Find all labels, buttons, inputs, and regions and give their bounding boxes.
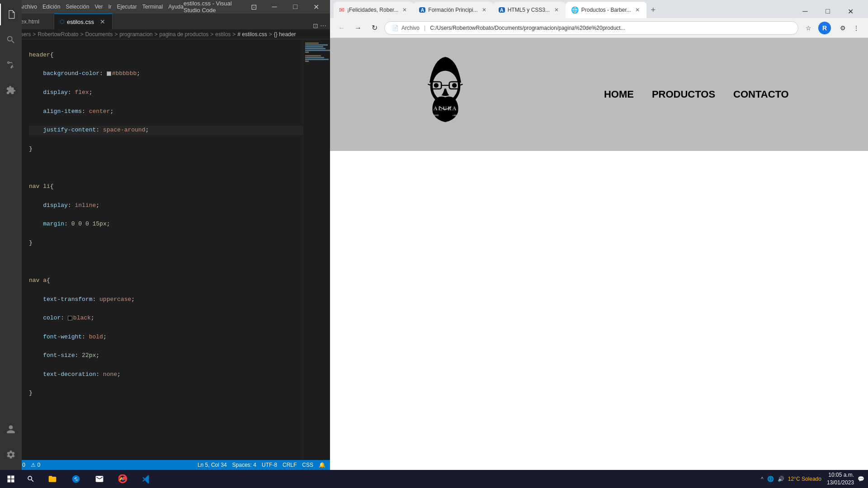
breadcrumb-documents[interactable]: Documents — [85, 31, 113, 38]
menu-terminal[interactable]: Terminal — [142, 4, 163, 10]
menu-edicion[interactable]: Edición — [42, 4, 60, 10]
browser-tab-html5[interactable]: A HTML5 y CSS3... ✕ — [493, 2, 566, 18]
address-bar-input[interactable]: 📄 Archivo | C:/Users/RobertowRobato/Docu… — [384, 21, 798, 35]
taskbar-mail[interactable] — [89, 470, 110, 488]
file-encoding[interactable]: UTF-8 — [262, 462, 277, 468]
layout-icon[interactable]: ⊡ — [243, 0, 264, 14]
svg-point-7 — [434, 83, 439, 88]
search-taskbar-button[interactable] — [22, 470, 40, 488]
gmail-tab-close[interactable]: ✕ — [401, 6, 408, 14]
title-bar-left: Archivo Edición Selección Ver Ir Ejecuta… — [4, 3, 184, 11]
browser-minimize[interactable]: ─ — [795, 5, 816, 18]
taskbar-clock[interactable]: 10:05 a.m. 13/01/2023 — [827, 471, 854, 487]
tray-expand[interactable]: ^ — [761, 476, 764, 482]
back-button[interactable]: ← — [335, 22, 348, 34]
breadcrumb-selector[interactable]: {} header — [274, 31, 296, 38]
taskbar-right: ^ 🌐 🔊 12°C Soleado 10:05 a.m. 13/01/2023… — [761, 471, 868, 487]
address-separator: | — [424, 25, 425, 31]
productos-tab-close[interactable]: ✕ — [634, 6, 641, 14]
code-line-18: text-decoration: none; — [29, 370, 303, 380]
breadcrumb-programacion[interactable]: programacion — [119, 31, 152, 38]
network-icon[interactable]: 🌐 — [767, 476, 774, 482]
code-line-2: background-color: #bbbbbb; — [29, 69, 303, 79]
nav-home[interactable]: HOME — [604, 89, 634, 100]
breadcrumb-file[interactable]: # estilos.css — [237, 31, 267, 38]
vscode-main: ⬡ index.html ⬡ estilos.css ✕ ⊡ ⋯ C: — [0, 14, 330, 470]
vscode-panel: Archivo Edición Selección Ver Ir Ejecuta… — [0, 0, 330, 470]
formacion-tab-close[interactable]: ✕ — [481, 6, 488, 14]
more-actions-icon[interactable]: ⋯ — [320, 22, 326, 29]
taskbar-vscode[interactable] — [136, 470, 157, 488]
notification-icon[interactable]: 💬 — [858, 476, 864, 482]
tab-close-button[interactable]: ✕ — [99, 18, 107, 26]
language-mode[interactable]: CSS — [302, 462, 313, 468]
browser-close[interactable]: ✕ — [840, 5, 861, 18]
alura-barber-logo: ALURA ESTD 2020 — [414, 49, 477, 140]
gmail-tab-label: ¡Felicidades, Rober... — [347, 7, 398, 13]
alura-favicon-1: A — [419, 7, 425, 13]
html5-tab-close[interactable]: ✕ — [553, 6, 560, 14]
tab-actions: ⊡ ⋯ — [313, 22, 330, 29]
cursor-position[interactable]: Ln 5, Col 34 — [198, 462, 227, 468]
account-icon[interactable] — [0, 418, 22, 440]
browser-panel: ✉ ¡Felicidades, Rober... ✕ A Formación P… — [330, 0, 868, 470]
profile-button[interactable]: R — [818, 22, 831, 34]
code-line-6: } — [29, 145, 303, 154]
new-tab-button[interactable]: + — [646, 2, 660, 18]
nav-contacto[interactable]: CONTACTO — [733, 89, 789, 100]
browser-tab-formacion[interactable]: A Formación Principi... ✕ — [414, 2, 493, 18]
browser-maximize[interactable]: □ — [817, 5, 838, 18]
vscode-title: estilos.css - Visual Studio Code — [184, 0, 243, 14]
split-editor-icon[interactable]: ⊡ — [313, 22, 318, 29]
code-line-15: color: black; — [29, 314, 303, 323]
nav-productos[interactable]: PRODUCTOS — [652, 89, 715, 100]
settings-icon[interactable] — [0, 444, 22, 465]
explorer-icon[interactable] — [0, 14, 22, 25]
volume-icon[interactable]: 🔊 — [778, 476, 784, 482]
breadcrumb-pagina[interactable]: pagina de productos — [160, 31, 209, 38]
line-ending[interactable]: CRLF — [283, 462, 297, 468]
minimap — [303, 39, 330, 460]
taskbar-explorer[interactable] — [42, 470, 63, 488]
menu-ayuda[interactable]: Ayuda — [168, 4, 184, 10]
bell-icon[interactable]: 🔔 — [319, 462, 326, 468]
more-menu-button[interactable]: ⋮ — [850, 22, 863, 34]
maximize-button[interactable]: □ — [285, 0, 306, 14]
menu-ir[interactable]: Ir — [108, 4, 111, 10]
taskbar-edge[interactable] — [65, 470, 87, 488]
minimize-button[interactable]: ─ — [264, 0, 285, 14]
menu-archivo[interactable]: Archivo — [19, 4, 37, 10]
warning-count[interactable]: ⚠ 0 — [31, 462, 40, 468]
forward-button[interactable]: → — [352, 22, 364, 34]
breadcrumb-robato[interactable]: RobertowRobato — [38, 31, 78, 38]
code-content[interactable]: header{ background-color: #bbbbbb; displ… — [22, 39, 303, 460]
status-right: Ln 5, Col 34 Spaces: 4 UTF-8 CRLF CSS 🔔 — [198, 462, 326, 468]
menu-ver[interactable]: Ver — [94, 4, 103, 10]
menu-seleccion[interactable]: Selección — [66, 4, 89, 10]
site-nav: HOME PRODUCTOS CONTACTO — [604, 89, 789, 100]
start-button[interactable] — [2, 470, 20, 488]
search-icon[interactable] — [0, 29, 22, 51]
bookmark-button[interactable]: ☆ — [802, 22, 815, 34]
code-editor[interactable]: 1234 5 678910 1112131415 16171819 header… — [0, 39, 330, 460]
code-line-11: } — [29, 239, 303, 248]
taskbar-chrome[interactable] — [112, 470, 134, 488]
taskbar: ^ 🌐 🔊 12°C Soleado 10:05 a.m. 13/01/2023… — [0, 470, 868, 488]
browser-tab-productos[interactable]: 🌐 Productos - Barber... ✕ — [566, 2, 646, 18]
clock-date: 13/01/2023 — [827, 479, 854, 487]
reload-button[interactable]: ↻ — [368, 22, 381, 34]
breadcrumb-estilos[interactable]: estilos — [215, 31, 231, 38]
html5-tab-label: HTML5 y CSS3... — [508, 7, 550, 13]
indent-type[interactable]: Spaces: 4 — [232, 462, 256, 468]
close-button[interactable]: ✕ — [306, 0, 326, 14]
extensions-toolbar[interactable]: ⚙ — [836, 22, 849, 34]
clock-time: 10:05 a.m. — [827, 471, 854, 479]
editor-container: ⬡ index.html ⬡ estilos.css ✕ ⊡ ⋯ C: — [0, 14, 330, 470]
extensions-icon[interactable] — [0, 80, 22, 101]
menu-ejecutar[interactable]: Ejecutar — [117, 4, 137, 10]
tab-estilos-css[interactable]: ⬡ estilos.css ✕ — [54, 14, 113, 29]
css-icon: ⬡ — [60, 19, 64, 25]
source-control-icon[interactable] — [0, 54, 22, 76]
browser-tab-gmail[interactable]: ✉ ¡Felicidades, Rober... ✕ — [334, 2, 414, 18]
formacion-tab-label: Formación Principi... — [428, 7, 477, 13]
